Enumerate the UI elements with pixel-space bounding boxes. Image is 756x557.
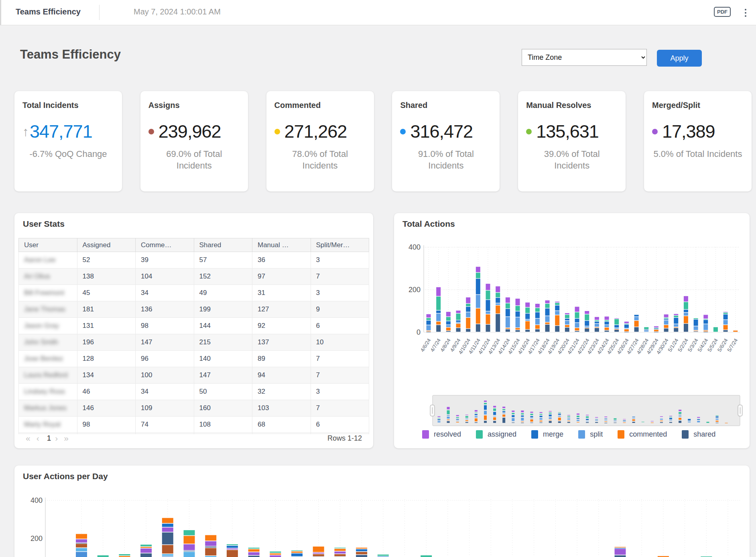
bar-4/19/24[interactable] bbox=[555, 302, 559, 332]
bar-4/17/24[interactable] bbox=[535, 304, 540, 332]
current-page[interactable]: 1 bbox=[47, 434, 51, 443]
bar-4/25/24[interactable] bbox=[614, 318, 619, 332]
user-name-redacted: Laura Redford bbox=[24, 371, 68, 379]
bar-4/26/24[interactable] bbox=[624, 322, 629, 332]
bar-4/11/24[interactable] bbox=[476, 267, 480, 332]
table-row[interactable]: Marty Royal9874108686 bbox=[19, 417, 369, 433]
user-bar-slot-1[interactable] bbox=[98, 555, 109, 557]
bar-4/24/24[interactable] bbox=[605, 317, 609, 332]
user-bar-slot-14[interactable] bbox=[378, 555, 389, 557]
legend-swatch-icon bbox=[682, 430, 689, 439]
bar-4/7/24[interactable] bbox=[436, 287, 441, 332]
last-page-button[interactable]: » bbox=[64, 433, 69, 443]
table-row[interactable]: Jason Gray13198144926 bbox=[19, 318, 369, 334]
bar-4/18/24[interactable] bbox=[545, 301, 550, 332]
bar-4/6/24[interactable] bbox=[427, 314, 431, 332]
first-page-button[interactable]: « bbox=[26, 433, 30, 443]
table-row[interactable]: Jose Benitez12896140897 bbox=[19, 351, 369, 367]
legend-label: merge bbox=[543, 430, 563, 439]
table-cell: 57 bbox=[194, 252, 252, 268]
timezone-select[interactable]: Time Zone bbox=[522, 49, 647, 66]
table-row[interactable]: Bill Freemont453449313 bbox=[19, 285, 369, 301]
bar-5/2/24[interactable] bbox=[684, 296, 688, 332]
table-row[interactable]: Markus Jones1461091601037 bbox=[19, 400, 369, 417]
legend-item-commented[interactable]: commented bbox=[618, 430, 667, 439]
column-header[interactable]: Comme… bbox=[136, 238, 194, 252]
bar-4/10/24[interactable] bbox=[466, 297, 470, 332]
user-bar-slot-4[interactable] bbox=[162, 518, 173, 557]
user-bar-slot-11[interactable] bbox=[313, 547, 324, 557]
kpi-card-merged-split: Merged/Split17,3895.0% of Total Incident… bbox=[644, 91, 752, 191]
next-page-button[interactable]: › bbox=[55, 433, 58, 443]
user-bar-slot-6[interactable] bbox=[205, 535, 216, 557]
table-row[interactable]: Jane Thomas1811361991279 bbox=[19, 301, 369, 318]
table-cell: 49 bbox=[194, 285, 252, 301]
bar-4/9/24[interactable] bbox=[456, 311, 461, 332]
user-bar-slot-5[interactable] bbox=[184, 530, 195, 557]
column-header[interactable]: Assigned bbox=[77, 238, 136, 252]
column-header[interactable]: Split/Mer… bbox=[311, 238, 369, 252]
user-bar-slot-0[interactable] bbox=[76, 534, 87, 557]
bar-5/5/24[interactable] bbox=[713, 327, 718, 331]
brush-mini-bar bbox=[725, 423, 728, 423]
table-cell: 74 bbox=[136, 417, 194, 433]
bar-5/7/24[interactable] bbox=[733, 331, 738, 332]
user-bar-slot-12[interactable] bbox=[334, 548, 345, 557]
bar-5/1/24[interactable] bbox=[674, 314, 678, 331]
bar-4/21/24[interactable] bbox=[575, 307, 579, 331]
bar-4/12/24[interactable] bbox=[486, 284, 490, 332]
bar-4/29/24[interactable] bbox=[654, 326, 658, 332]
user-bar-slot-7[interactable] bbox=[227, 544, 238, 557]
user-name-redacted: Aaron Lee bbox=[24, 256, 55, 264]
bar-4/15/24[interactable] bbox=[516, 299, 520, 331]
bar-4/14/24[interactable] bbox=[506, 297, 510, 332]
bar-5/3/24[interactable] bbox=[694, 318, 698, 332]
user-bar-slot-13[interactable] bbox=[356, 548, 367, 557]
column-header[interactable]: User bbox=[19, 238, 77, 252]
apply-button[interactable]: Apply bbox=[657, 50, 702, 67]
user-bar-slot-9[interactable] bbox=[270, 551, 281, 557]
table-row[interactable]: Laura Redford134100147947 bbox=[19, 367, 369, 384]
bar-4/23/24[interactable] bbox=[595, 317, 599, 332]
table-cell: 31 bbox=[252, 285, 311, 301]
user-bar-slot-3[interactable] bbox=[140, 545, 152, 557]
table-row[interactable]: Aaron Lee523957363 bbox=[19, 252, 369, 268]
column-header[interactable]: Shared bbox=[194, 238, 252, 252]
table-header-row: UserAssignedComme…SharedManual …Split/Me… bbox=[19, 238, 369, 252]
user-bar-slot-10[interactable] bbox=[291, 550, 303, 557]
user-bar-slot-16[interactable] bbox=[421, 555, 432, 557]
bar-4/8/24[interactable] bbox=[446, 312, 451, 332]
table-cell: 128 bbox=[77, 351, 136, 367]
table-row[interactable]: Lindsey Ross463450323 bbox=[19, 384, 369, 400]
user-bar-slot-8[interactable] bbox=[248, 548, 260, 557]
legend-item-split[interactable]: split bbox=[578, 430, 603, 439]
legend-item-assigned[interactable]: assigned bbox=[476, 430, 516, 439]
bar-4/16/24[interactable] bbox=[525, 303, 530, 332]
legend-item-merge[interactable]: merge bbox=[531, 430, 563, 439]
pdf-export-icon[interactable]: PDF bbox=[714, 7, 731, 17]
user-bar-slot-2[interactable] bbox=[119, 554, 130, 557]
table-cell: 36 bbox=[252, 252, 311, 268]
table-cell: 34 bbox=[136, 285, 194, 301]
bar-5/6/24[interactable] bbox=[723, 312, 728, 332]
legend-item-shared[interactable]: shared bbox=[682, 430, 715, 439]
kebab-menu-icon[interactable] bbox=[742, 6, 750, 19]
prev-page-button[interactable]: ‹ bbox=[37, 433, 39, 443]
legend-item-resolved[interactable]: resolved bbox=[422, 430, 461, 439]
user-bar-slot-25[interactable] bbox=[615, 547, 626, 557]
table-cell: 7 bbox=[311, 268, 369, 285]
kpi-value-row: 239,962 bbox=[148, 121, 240, 142]
table-row[interactable]: Ari Oliva138104152977 bbox=[19, 268, 369, 285]
column-header[interactable]: Manual … bbox=[252, 238, 311, 252]
legend-label: assigned bbox=[488, 430, 516, 439]
bar-4/22/24[interactable] bbox=[585, 311, 589, 332]
bar-4/27/24[interactable] bbox=[634, 315, 639, 332]
table-cell: 9 bbox=[311, 301, 369, 318]
bar-4/20/24[interactable] bbox=[565, 313, 569, 331]
bar-4/13/24[interactable] bbox=[496, 287, 500, 332]
bar-4/28/24[interactable] bbox=[644, 327, 648, 331]
bar-4/30/24[interactable] bbox=[664, 314, 669, 331]
bar-5/4/24[interactable] bbox=[703, 315, 708, 332]
table-row[interactable]: John Smith19614721513710 bbox=[19, 334, 369, 351]
kpi-subtitle: 91.0% of Total Incidents bbox=[400, 148, 492, 171]
